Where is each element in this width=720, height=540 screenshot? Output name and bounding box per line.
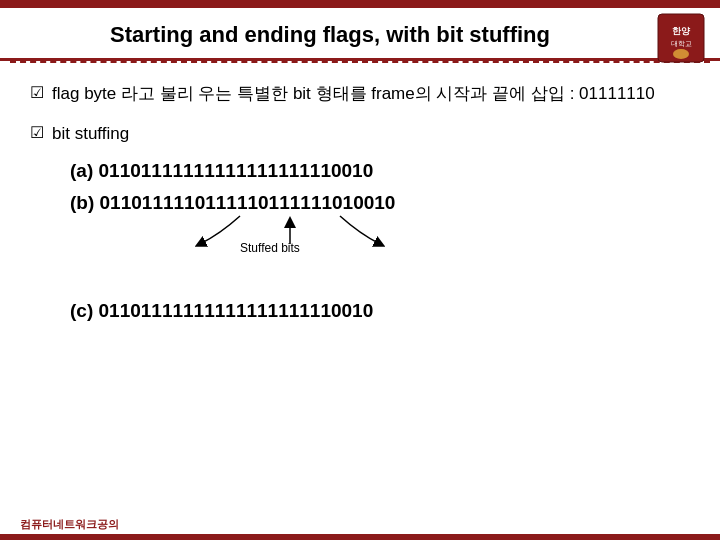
flag-bullet-item: ☑ flag byte 라고 불리 우는 특별한 bit 형태를 frame의 … xyxy=(30,81,690,107)
footer-text: 컴퓨터네트워크공의 xyxy=(20,517,119,532)
bottom-bar xyxy=(0,534,720,540)
bitstuffing-bullet-icon: ☑ xyxy=(30,123,44,142)
example-a-label: (a) xyxy=(70,160,93,181)
slide-title: Starting and ending flags, with bit stuf… xyxy=(110,22,550,48)
arrows-svg: Stuffed bits xyxy=(70,214,570,254)
examples-section: (a) 01101111111111111111110010 (b) 01101… xyxy=(30,160,690,322)
example-b-row: (b) 0110111110111110111111010010 Stuffed… xyxy=(70,192,690,254)
example-b-value: 0110111110111110111111010010 xyxy=(100,192,396,213)
example-c-row: (c) 01101111111111111111110010 xyxy=(70,300,690,322)
bitstuffing-bullet-item: ☑ bit stuffing xyxy=(30,121,690,147)
example-a-value: 01101111111111111111110010 xyxy=(99,160,374,181)
content-area: ☑ flag byte 라고 불리 우는 특별한 bit 형태를 frame의 … xyxy=(0,63,720,342)
example-a-row: (a) 01101111111111111111110010 xyxy=(70,160,690,182)
svg-text:Stuffed bits: Stuffed bits xyxy=(240,241,300,254)
bitstuffing-bullet-text: bit stuffing xyxy=(52,121,129,147)
svg-point-3 xyxy=(673,49,689,59)
example-c-value: 01101111111111111111110010 xyxy=(99,300,374,321)
example-c-label: (c) xyxy=(70,300,93,321)
example-b-label: (b) xyxy=(70,192,94,213)
stuffed-bits-annotation: Stuffed bits xyxy=(70,214,690,254)
slide: Starting and ending flags, with bit stuf… xyxy=(0,0,720,540)
logo: 한양 대학교 xyxy=(656,12,706,64)
flag-bullet-text: flag byte 라고 불리 우는 특별한 bit 형태를 frame의 시작… xyxy=(52,81,655,107)
example-b-text: (b) 0110111110111110111111010010 xyxy=(70,192,690,214)
top-bar xyxy=(0,0,720,8)
svg-text:대학교: 대학교 xyxy=(671,40,692,48)
svg-text:한양: 한양 xyxy=(672,26,691,36)
flag-bullet-icon: ☑ xyxy=(30,83,44,102)
title-area: Starting and ending flags, with bit stuf… xyxy=(0,8,720,61)
